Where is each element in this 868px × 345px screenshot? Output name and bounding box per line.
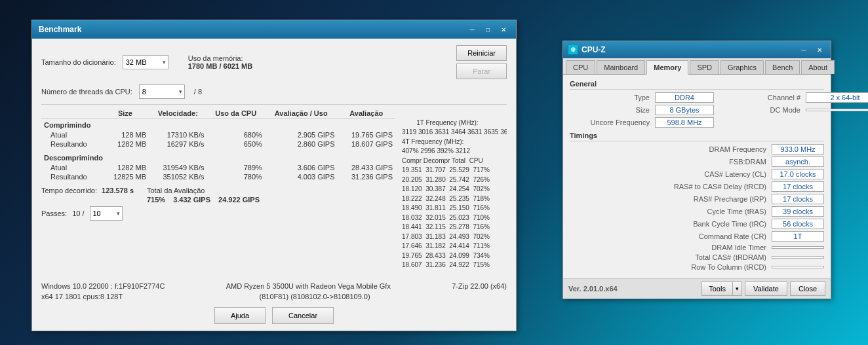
cpu-bios: (810F81) (8108102.0->8108109.0) <box>260 293 370 300</box>
compress-atual-eval: 19.765 GIPS <box>338 130 395 139</box>
row-col-row: Row To Column (tRCD) <box>570 263 824 271</box>
decompress-result-cpu: 780% <box>207 172 265 181</box>
tras-label: Cycle Time (tRAS) <box>570 208 772 215</box>
decompress-atual-speed: 319549 KB/s <box>149 163 207 172</box>
decompress-atual-label: Atual <box>41 163 102 172</box>
dram-freq-row: DRAM Frequency 933.0 MHz <box>570 144 824 154</box>
size-row: Size 8 GBytes DC Mode <box>570 105 824 115</box>
cpuz-version: Ver. 2.01.0.x64 <box>568 285 618 293</box>
size-label: Size <box>570 106 655 114</box>
row-col-value <box>772 266 824 268</box>
total-block: Total da Avaliação 715% 3.432 GIPS 24.92… <box>147 187 260 204</box>
trc-row: Bank Cycle Time (tRC) 56 clocks <box>570 219 824 229</box>
freq-text: 1T Frequency (MHz): 3119 3016 3631 3464 … <box>402 119 507 269</box>
sysinfo: Windows 10.0 22000 : f:1F910F2774C AMD R… <box>41 282 507 290</box>
passes-value: 10 / <box>72 209 84 217</box>
mem-usage-value: 1780 MB / 6021 MB <box>188 62 450 70</box>
decompress-result-speed: 351052 KB/s <box>149 172 207 181</box>
cancelar-button[interactable]: Cancelar <box>272 307 334 324</box>
os-info: Windows 10.0 22000 : f:1F910F2774C <box>41 282 165 290</box>
trc-label: Bank Cycle Time (tRC) <box>570 220 772 228</box>
close-button[interactable]: ✕ <box>498 24 509 35</box>
threads-select[interactable]: 8 <box>139 84 185 99</box>
tab-cpu[interactable]: CPU <box>566 60 595 74</box>
trp-row: RAS# Precharge (tRP) 17 clocks <box>570 194 824 204</box>
cpuz-close-button[interactable]: ✕ <box>814 44 825 56</box>
window-controls: ─ □ ✕ <box>466 24 509 35</box>
tab-bar: CPU Mainboard Memory SPD Graphics Bench … <box>563 58 831 75</box>
cpuz-titlebar: ⚙ CPU-Z ─ ✕ <box>563 41 831 58</box>
cpuz-minimize-button[interactable]: ─ <box>798 44 810 56</box>
validate-button[interactable]: Validate <box>745 281 787 296</box>
reiniciar-button[interactable]: Reiniciar <box>456 45 507 61</box>
timings-grid: DRAM Frequency 933.0 MHz FSB:DRAM asynch… <box>570 144 824 271</box>
col-eval: Avaliação <box>338 109 395 118</box>
x64-info: x64 17.1801 cpus:8 128T <box>41 293 123 300</box>
total-gips1: 3.432 GIPS <box>173 196 210 204</box>
tab-bench[interactable]: Bench <box>765 60 800 74</box>
fsb-row: FSB:DRAM asynch. <box>570 156 824 167</box>
total-cas-label: Total CAS# (tRDRAM) <box>570 253 772 261</box>
tab-graphics[interactable]: Graphics <box>720 60 764 74</box>
benchmark-window: Benchmark ─ □ ✕ Tamanho do dicionário: 3… <box>31 20 517 331</box>
table-row: Atual 1282 MB 319549 KB/s 789% 3.606 GIP… <box>41 163 395 172</box>
passes-label: Passes: <box>41 209 67 217</box>
total-cas-row: Total CAS# (tRDRAM) <box>570 253 824 261</box>
uncore-row: Uncore Frequency 598.8 MHz <box>570 117 824 128</box>
tab-mainboard[interactable]: Mainboard <box>597 60 645 74</box>
ajuda-button[interactable]: Ajuda <box>214 307 266 324</box>
cr-row: Command Rate (CR) 1T <box>570 231 824 242</box>
passes-select[interactable]: 10 <box>90 206 123 221</box>
fsb-label: FSB:DRAM <box>570 158 772 166</box>
tab-memory[interactable]: Memory <box>646 60 688 75</box>
footer-stats: Tempo decorrido: 123.578 s Total da Aval… <box>41 187 395 204</box>
dict-select[interactable]: 32 MB <box>123 55 168 69</box>
total-cas-value <box>772 256 824 259</box>
cpuz-title-text: CPU-Z <box>582 45 606 54</box>
table-section: Size Velocidade: Uso da CPU Avaliação / … <box>41 109 507 280</box>
tools-btn-group: Tools ▾ <box>701 281 742 296</box>
sysinfo2: x64 17.1801 cpus:8 128T (810F81) (810810… <box>41 293 507 300</box>
total-label: Total da Avaliação <box>147 187 260 194</box>
tools-dropdown-button[interactable]: ▾ <box>732 281 742 296</box>
minimize-button[interactable]: ─ <box>466 24 478 35</box>
dram-freq-value: 933.0 MHz <box>772 144 824 154</box>
threads-select-wrapper: 8 <box>139 84 185 99</box>
decompress-atual-rating: 3.606 GIPS <box>265 163 338 172</box>
tab-spd[interactable]: SPD <box>690 60 719 74</box>
tras-value: 39 clocks <box>772 206 824 217</box>
decompress-header: Descomprimindo <box>41 151 395 163</box>
col-rating: Avaliação / Uso <box>265 109 338 118</box>
cpuz-icon: ⚙ <box>568 45 578 54</box>
channel-value: 2 x 64-bit <box>806 92 868 103</box>
cpu-name: AMD Ryzen 5 3500U with Radeon Vega Mobil… <box>226 282 391 290</box>
col-empty <box>41 109 102 118</box>
total-gips2: 24.922 GIPS <box>218 196 260 204</box>
size-value: 8 GBytes <box>655 105 714 115</box>
uncore-value: 598.8 MHz <box>655 117 714 128</box>
compress-atual-cpu: 680% <box>207 130 265 139</box>
parar-button[interactable]: Parar <box>456 64 507 79</box>
dict-label: Tamanho do dicionário: <box>41 58 116 66</box>
compress-result-eval: 18.607 GIPS <box>338 139 395 149</box>
left-section: Size Velocidade: Uso da CPU Avaliação / … <box>41 109 395 280</box>
tools-button[interactable]: Tools <box>701 281 732 296</box>
decompress-result-eval: 31.236 GIPS <box>338 172 395 181</box>
compress-result-label: Resultando <box>41 139 102 149</box>
decompress-label: Descomprimindo <box>41 151 395 163</box>
idle-row: DRAM Idle Timer <box>570 244 824 251</box>
trcd-row: RAS# to CAS# Delay (tRCD) 17 clocks <box>570 181 824 192</box>
cpuz-footer: Ver. 2.01.0.x64 Tools ▾ Validate Close <box>563 278 831 299</box>
tab-about[interactable]: About <box>801 60 835 74</box>
channel-label: Channel # <box>720 94 806 101</box>
maximize-button[interactable]: □ <box>482 24 494 35</box>
trp-label: RAS# Precharge (tRP) <box>570 195 772 203</box>
decompress-result-label: Resultando <box>41 172 102 181</box>
threads-label: Número de threads da CPU: <box>41 88 132 96</box>
action-buttons: Reiniciar Parar <box>456 45 507 79</box>
decompress-result-size: 12825 MB <box>102 172 149 181</box>
cpuz-close-btn[interactable]: Close <box>790 281 825 296</box>
tras-row: Cycle Time (tRAS) 39 clocks <box>570 206 824 217</box>
type-label: Type <box>570 94 655 101</box>
trcd-value: 17 clocks <box>772 181 824 192</box>
